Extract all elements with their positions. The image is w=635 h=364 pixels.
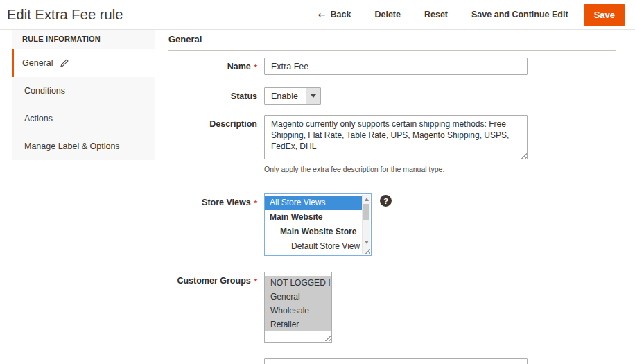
priority-input[interactable] — [264, 358, 528, 364]
back-button-label: Back — [331, 10, 351, 19]
scrollbar-thumb[interactable] — [363, 204, 369, 220]
store-views-option-main-website[interactable]: Main Website — [265, 210, 362, 225]
sidebar-item-manage-label-options[interactable]: Manage Label & Options — [12, 132, 155, 160]
name-input[interactable] — [264, 58, 528, 75]
customer-groups-field-control: NOT LOGGED IN General Wholesale Retailer — [264, 272, 332, 343]
store-views-options: All Store Views Main Website Main Websit… — [265, 194, 371, 256]
store-views-option-vn[interactable]: VN — [265, 254, 362, 256]
sidebar-title: RULE INFORMATION — [12, 30, 155, 49]
description-label-text: Description — [209, 119, 257, 130]
resize-grip-icon[interactable] — [324, 334, 331, 341]
status-select-value: Enable — [265, 88, 306, 104]
required-asterisk: * — [254, 62, 257, 72]
page: Edit Extra Fee rule ← Back Delete Reset … — [0, 0, 635, 364]
customer-groups-field-row: Customer Groups * NOT LOGGED IN General … — [168, 272, 616, 343]
name-field-row: Name * — [168, 58, 616, 75]
status-field-control: Enable — [264, 87, 321, 105]
priority-field-row: Priority — [168, 358, 616, 364]
scroll-down-icon[interactable] — [363, 238, 370, 246]
page-header: Edit Extra Fee rule ← Back Delete Reset … — [0, 0, 635, 30]
store-views-label-text: Store Views — [202, 198, 251, 208]
customer-groups-option-wholesale[interactable]: Wholesale — [265, 304, 331, 318]
back-arrow-icon: ← — [318, 10, 326, 20]
sidebar-item-actions[interactable]: Actions — [12, 105, 155, 132]
section-title: General — [168, 34, 616, 51]
description-textarea[interactable]: Magento currently only supports certain … — [264, 115, 528, 159]
store-views-field-control: All Store Views Main Website Main Websit… — [264, 193, 392, 256]
save-and-continue-button[interactable]: Save and Continue Edit — [471, 10, 568, 19]
status-select[interactable]: Enable — [264, 87, 321, 105]
store-views-field-row: Store Views * All Store Views Main Websi… — [168, 193, 616, 256]
name-label-text: Name — [227, 62, 251, 72]
description-field-control: Magento currently only supports certain … — [264, 115, 528, 173]
back-button[interactable]: ← Back — [318, 10, 351, 20]
status-field-row: Status Enable — [168, 87, 616, 105]
chevron-down-icon[interactable] — [306, 88, 320, 104]
edit-pencil-icon — [60, 59, 69, 68]
sidebar-item-general[interactable]: General — [12, 49, 155, 77]
priority-field-label: Priority — [168, 358, 264, 364]
sidebar-item-label: Actions — [24, 114, 53, 123]
store-views-multiselect[interactable]: All Store Views Main Website Main Websit… — [264, 193, 372, 256]
customer-groups-label-text: Customer Groups — [177, 276, 250, 286]
store-views-option-default-store-view[interactable]: Default Store View — [265, 239, 362, 254]
required-asterisk: * — [254, 276, 257, 286]
required-asterisk: * — [254, 198, 257, 208]
store-views-option-main-website-store[interactable]: Main Website Store — [265, 225, 362, 239]
customer-groups-option-general[interactable]: General — [265, 290, 331, 304]
customer-groups-options: NOT LOGGED IN General Wholesale Retailer — [265, 272, 331, 331]
delete-button[interactable]: Delete — [374, 10, 401, 19]
reset-button[interactable]: Reset — [424, 10, 448, 19]
customer-groups-option-retailer[interactable]: Retailer — [265, 318, 331, 331]
description-note: Only apply the extra fee description for… — [264, 165, 528, 173]
status-field-label: Status — [168, 87, 264, 105]
status-label-text: Status — [231, 92, 257, 102]
header-actions: ← Back Delete Reset Save and Continue Ed… — [318, 4, 625, 26]
store-views-field-label: Store Views * — [168, 193, 264, 256]
main-form: General Name * Status Enable — [168, 30, 616, 364]
sidebar: RULE INFORMATION General Conditions Acti… — [12, 30, 155, 160]
page-title: Edit Extra Fee rule — [7, 7, 123, 23]
customer-groups-field-label: Customer Groups * — [168, 272, 264, 343]
help-icon[interactable]: ? — [380, 195, 392, 207]
description-field-row: Description Magento currently only suppo… — [168, 115, 616, 173]
sidebar-list: General Conditions Actions Manage Label … — [12, 49, 155, 160]
sidebar-item-conditions[interactable]: Conditions — [12, 77, 155, 105]
sidebar-item-label: Conditions — [24, 86, 65, 96]
priority-field-control — [264, 358, 528, 364]
sidebar-item-label: Manage Label & Options — [24, 141, 120, 151]
name-field-control — [264, 58, 528, 75]
sidebar-item-label: General — [22, 58, 53, 68]
description-field-label: Description — [168, 115, 264, 173]
customer-groups-multiselect[interactable]: NOT LOGGED IN General Wholesale Retailer — [264, 272, 332, 343]
scroll-up-icon[interactable] — [363, 195, 370, 203]
customer-groups-option-not-logged-in[interactable]: NOT LOGGED IN — [265, 276, 331, 290]
store-views-scrollbar[interactable] — [362, 195, 370, 254]
name-field-label: Name * — [168, 58, 264, 75]
store-views-option-all-store-views[interactable]: All Store Views — [265, 196, 362, 210]
save-button[interactable]: Save — [584, 4, 625, 26]
content: RULE INFORMATION General Conditions Acti… — [0, 30, 635, 364]
